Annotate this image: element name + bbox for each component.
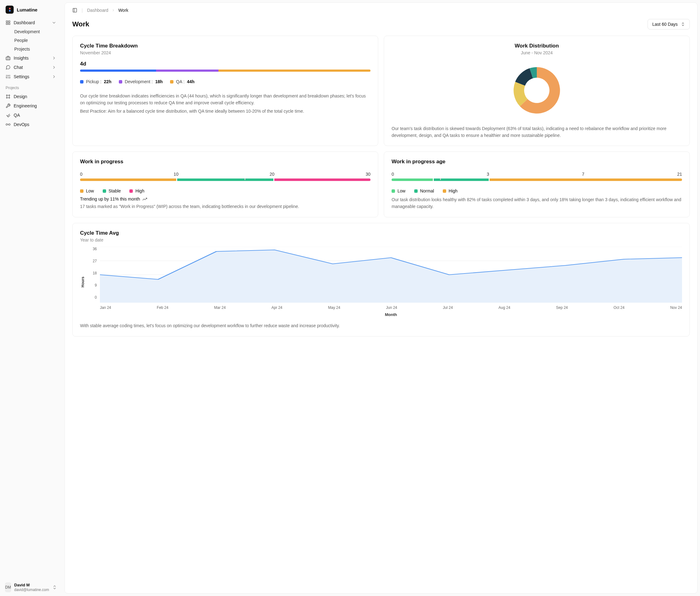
card-title: Work in progress	[80, 158, 370, 165]
sidebar-item-dashboard[interactable]: Dashboard	[2, 18, 59, 27]
y-axis-label: Hours	[80, 277, 86, 288]
briefcase-icon	[6, 55, 10, 60]
wip-age-text: Our task distribution looks healthy with…	[392, 197, 682, 210]
infinity-icon	[6, 122, 10, 127]
wrench-icon	[6, 103, 10, 108]
chevrons-up-down-icon	[52, 585, 57, 590]
brand-name: Lumatine	[17, 7, 37, 13]
brand[interactable]: Lumatine	[2, 4, 59, 18]
sidebar-item-settings[interactable]: Settings	[2, 72, 59, 81]
main: | Dashboard Work Work Last 60 Days Cycle…	[62, 0, 700, 596]
frame-icon	[6, 94, 10, 99]
breadcrumb: Dashboard Work	[87, 8, 128, 13]
card-cycle-time-avg: Cycle Time Avg Year to date Hours 362718…	[72, 223, 690, 337]
work-distribution-donut	[511, 64, 563, 117]
breadcrumb-root[interactable]: Dashboard	[87, 8, 109, 13]
settings-icon	[6, 74, 10, 79]
wip-trend: Trending up by 11% this month	[80, 197, 370, 201]
sidebar: Lumatine Dashboard Development People Pr…	[0, 0, 62, 596]
card-title: Cycle Time Avg	[80, 230, 682, 236]
card-title: Cycle Time Breakdown	[80, 43, 370, 49]
wip-segbar	[80, 178, 370, 181]
chevrons-up-down-icon	[681, 22, 685, 26]
work-distribution-text: Our team's task distribution is skewed t…	[392, 125, 682, 139]
svg-rect-0	[6, 21, 8, 22]
card-title: Work in progress age	[392, 158, 682, 165]
user-email: david@lumatine.com	[14, 588, 49, 592]
avatar: DM	[5, 582, 11, 592]
cycle-avg-line-chart	[100, 247, 682, 303]
sidebar-item-label: Dashboard	[14, 20, 35, 25]
sidebar-section-projects: Projects	[2, 81, 59, 92]
date-range-selector[interactable]: Last 60 Days	[648, 19, 690, 29]
svg-rect-4	[6, 57, 10, 60]
sidebar-project-design[interactable]: Design	[2, 92, 59, 101]
user-menu[interactable]: DM David M david@lumatine.com	[2, 579, 59, 594]
chevron-right-icon	[111, 8, 115, 12]
chevron-right-icon	[52, 65, 56, 70]
trending-up-icon	[142, 197, 147, 201]
sidebar-item-insights[interactable]: Insights	[2, 53, 59, 63]
cycle-avg-text: With stable average coding times, let's …	[80, 323, 682, 329]
sidebar-toggle-icon[interactable]	[72, 8, 77, 13]
svg-rect-18	[73, 8, 77, 12]
sidebar-item-projects[interactable]: Projects	[11, 45, 59, 53]
layout-icon	[6, 20, 10, 25]
wip-legend: LowStableHigh	[80, 189, 370, 193]
svg-rect-2	[6, 23, 8, 25]
page-title: Work	[72, 20, 89, 28]
card-subtitle: Year to date	[80, 238, 682, 243]
card-work-distribution: Work Distribution June - Nov 2024 Our te…	[384, 36, 690, 146]
cycle-time-text1: Our cycle time breakdown indicates ineff…	[80, 93, 370, 106]
check-icon	[6, 113, 10, 118]
svg-rect-1	[8, 21, 10, 22]
sidebar-item-development[interactable]: Development	[11, 27, 59, 36]
breadcrumb-current: Work	[118, 8, 128, 13]
wip-age-segbar	[392, 178, 682, 181]
card-title: Work Distribution	[392, 43, 682, 49]
sidebar-item-people[interactable]: People	[11, 36, 59, 45]
chevron-right-icon	[52, 74, 56, 79]
brand-logo-icon	[6, 6, 14, 14]
sidebar-project-devops[interactable]: DevOps	[2, 120, 59, 129]
card-cycle-time-breakdown: Cycle Time Breakdown November 2024 4d Pi…	[72, 36, 378, 146]
card-wip: Work in progress 0102030 LowStableHigh T…	[72, 151, 378, 217]
user-name: David M	[14, 582, 49, 588]
sidebar-item-chat[interactable]: Chat	[2, 63, 59, 72]
x-axis-label: Month	[100, 312, 682, 317]
chat-icon	[6, 65, 10, 70]
sidebar-project-qa[interactable]: QA	[2, 110, 59, 120]
y-axis: 36271890	[89, 247, 97, 303]
cycle-time-metric: 4d	[80, 61, 370, 67]
chevron-down-icon	[52, 20, 56, 25]
wip-age-legend: LowNormalHigh	[392, 189, 682, 193]
card-subtitle: June - Nov 2024	[392, 50, 682, 55]
cycle-time-text2: Best Practice: Aim for a balanced cycle …	[80, 108, 370, 115]
wip-age-scale: 03721	[392, 172, 682, 177]
cycle-time-legend: Pickup : 22hDevelopment : 18hQA : 44h	[80, 79, 370, 84]
wip-scale: 0102030	[80, 172, 370, 177]
wip-text: 17 tasks marked as "Work in Progress" (W…	[80, 203, 370, 210]
cycle-time-stacked-bar	[80, 70, 370, 72]
svg-rect-3	[8, 23, 10, 25]
topbar: | Dashboard Work	[65, 3, 697, 18]
card-subtitle: November 2024	[80, 50, 370, 55]
chevron-right-icon	[52, 55, 56, 60]
x-axis: Jan 24Feb 24Mar 24Apr 24May 24Jun 24Jul …	[100, 305, 682, 310]
sidebar-project-engineering[interactable]: Engineering	[2, 101, 59, 110]
card-wip-age: Work in progress age 03721 LowNormalHigh…	[384, 151, 690, 217]
